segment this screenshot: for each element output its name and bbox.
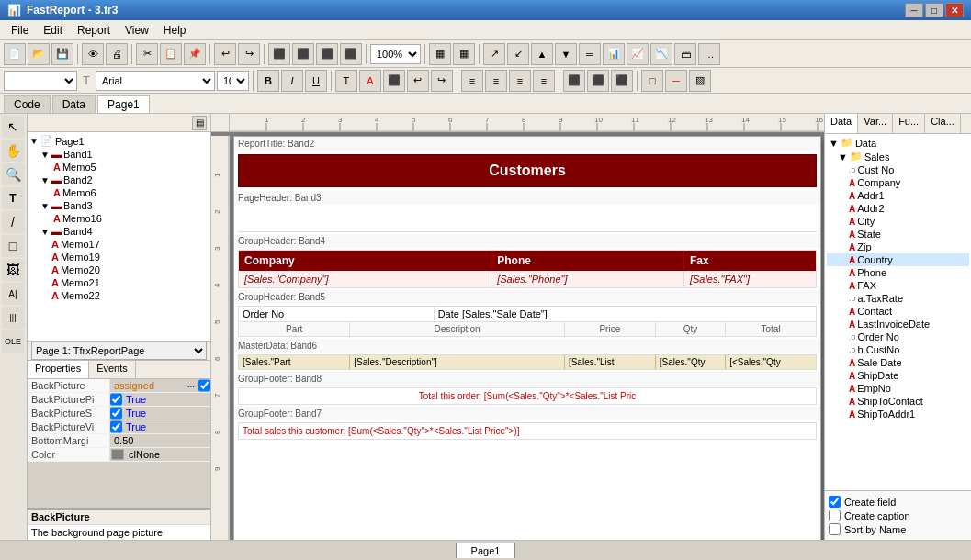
tab-events[interactable]: Events: [89, 361, 136, 378]
field-state[interactable]: A State: [827, 228, 969, 241]
new-button[interactable]: 📄: [4, 43, 26, 65]
prop-value[interactable]: True: [122, 420, 210, 433]
print-button[interactable]: 🖨: [106, 43, 128, 65]
tab-page1[interactable]: Page1: [97, 95, 150, 113]
band-btn[interactable]: ═: [579, 43, 601, 65]
tree-item-memo19[interactable]: A Memo19: [29, 251, 209, 263]
redo2-btn[interactable]: ↪: [431, 70, 453, 92]
highlight-btn[interactable]: ⬛: [383, 70, 405, 92]
field-company[interactable]: A Company: [827, 176, 969, 189]
grid-btn2[interactable]: ▦: [453, 43, 475, 65]
open-button[interactable]: 📂: [28, 43, 50, 65]
field-bcustno[interactable]: .o b.CustNo: [827, 343, 969, 356]
paste-button[interactable]: 📌: [184, 43, 206, 65]
font-size-select[interactable]: 10 8 12: [217, 71, 249, 91]
align-left-text-btn[interactable]: ≡: [461, 70, 483, 92]
tab-var[interactable]: Var...: [858, 114, 893, 133]
undo2-btn[interactable]: ↩: [407, 70, 429, 92]
field-contact[interactable]: A Contact: [827, 305, 969, 318]
align-center-text-btn[interactable]: ≡: [485, 70, 507, 92]
text-tool[interactable]: T: [2, 187, 24, 209]
field-tool[interactable]: A|: [2, 283, 24, 305]
style-select[interactable]: [4, 71, 77, 91]
redo-button[interactable]: ↪: [238, 43, 260, 65]
frame-color-btn[interactable]: ─: [665, 70, 687, 92]
bold-button[interactable]: B: [257, 70, 279, 92]
tab-data-panel[interactable]: Data: [825, 114, 858, 133]
page1-tab[interactable]: Page1: [456, 543, 516, 558]
field-city[interactable]: A City: [827, 215, 969, 228]
data-root[interactable]: ▼ 📁 Data: [827, 136, 969, 150]
field-phone[interactable]: A Phone: [827, 266, 969, 279]
close-button[interactable]: ✕: [945, 3, 964, 17]
undo-button[interactable]: ↩: [214, 43, 236, 65]
minimize-button[interactable]: ─: [905, 3, 923, 17]
tree-item-memo5[interactable]: A Memo5: [29, 161, 209, 174]
barcode-tool[interactable]: |||: [2, 307, 24, 329]
chart-btn[interactable]: 📊: [603, 43, 625, 65]
italic-button[interactable]: I: [281, 70, 303, 92]
prop-value[interactable]: True: [122, 393, 210, 406]
copy-button[interactable]: 📋: [160, 43, 182, 65]
tab-cla[interactable]: Cla...: [925, 114, 961, 133]
tree-collapse-btn[interactable]: ▤: [192, 116, 207, 130]
rect-tool[interactable]: □: [2, 235, 24, 257]
field-fax[interactable]: A FAX: [827, 279, 969, 292]
save-button[interactable]: 💾: [51, 43, 73, 65]
tree-item-memo16[interactable]: A Memo16: [29, 212, 209, 225]
field-zip[interactable]: A Zip: [827, 241, 969, 253]
cut-button[interactable]: ✂: [136, 43, 158, 65]
align-right-btn[interactable]: ⬛: [292, 43, 314, 65]
field-taxrate[interactable]: .o a.TaxRate: [827, 292, 969, 305]
fill-btn[interactable]: ▧: [689, 70, 711, 92]
tree-item-memo17[interactable]: A Memo17: [29, 238, 209, 251]
data-sales[interactable]: ▼ 📁 Sales: [827, 150, 969, 163]
page-area[interactable]: 1 2 3 4 5 6 7 8 9: [211, 114, 824, 540]
chart4-btn[interactable]: 🗃: [674, 43, 696, 65]
tree-item-band2[interactable]: ▼ ▬ Band2: [29, 174, 209, 186]
field-country[interactable]: A Country: [827, 253, 969, 266]
prop-edit-btn[interactable]: ...: [186, 379, 197, 392]
tree-item-memo21[interactable]: A Memo21: [29, 276, 209, 289]
field-shipdate[interactable]: A ShipDate: [827, 369, 969, 382]
font-color-btn[interactable]: A: [359, 70, 381, 92]
tree-item-band3[interactable]: ▼ ▬ Band3: [29, 199, 209, 212]
frame-btn[interactable]: □: [641, 70, 663, 92]
tree-item-band1[interactable]: ▼ ▬ Band1: [29, 148, 209, 161]
tab-fu[interactable]: Fu...: [893, 114, 925, 133]
tab-properties[interactable]: Properties: [28, 361, 89, 378]
prop-value[interactable]: True: [122, 407, 210, 420]
prop-value[interactable]: 0.50: [110, 434, 210, 447]
align-left-btn[interactable]: ⬛: [268, 43, 290, 65]
justify-text-btn[interactable]: ≡: [533, 70, 555, 92]
zoom-select[interactable]: 100% 75% 150%: [370, 44, 421, 64]
sort-by-name-checkbox[interactable]: [829, 523, 841, 535]
chart3-btn[interactable]: 📉: [650, 43, 672, 65]
create-field-checkbox[interactable]: [829, 496, 841, 508]
ole-tool[interactable]: OLE: [2, 330, 24, 353]
menu-view[interactable]: View: [118, 22, 156, 39]
underline-button[interactable]: U: [305, 70, 327, 92]
prop-checkbox[interactable]: [110, 393, 122, 406]
hand-tool[interactable]: ✋: [2, 140, 24, 162]
create-caption-checkbox[interactable]: [829, 510, 841, 521]
field-saledate[interactable]: A Sale Date: [827, 356, 969, 369]
prop-checkbox[interactable]: [110, 420, 122, 433]
prop-value[interactable]: assigned: [110, 379, 186, 392]
delete-btn[interactable]: ↙: [507, 43, 529, 65]
menu-report[interactable]: Report: [70, 22, 118, 39]
prop-value[interactable]: clNone: [125, 448, 210, 461]
tree-item-memo22[interactable]: A Memo22: [29, 289, 209, 302]
field-shiptoadd1[interactable]: A ShipToAddr1: [827, 408, 969, 420]
field-addr1[interactable]: A Addr1: [827, 189, 969, 202]
select-tool[interactable]: ↖: [2, 116, 24, 138]
insert-btn[interactable]: ↗: [483, 43, 505, 65]
align-top-btn[interactable]: ⬛: [316, 43, 338, 65]
menu-file[interactable]: File: [4, 22, 36, 39]
align-bottom-btn[interactable]: ⬛: [340, 43, 362, 65]
menu-help[interactable]: Help: [156, 22, 194, 39]
image-tool[interactable]: 🖼: [2, 259, 24, 281]
field-custno[interactable]: .o Cust No: [827, 163, 969, 176]
field-orderno[interactable]: .o Order No: [827, 330, 969, 343]
field-shiptocontact[interactable]: A ShipToContact: [827, 395, 969, 408]
